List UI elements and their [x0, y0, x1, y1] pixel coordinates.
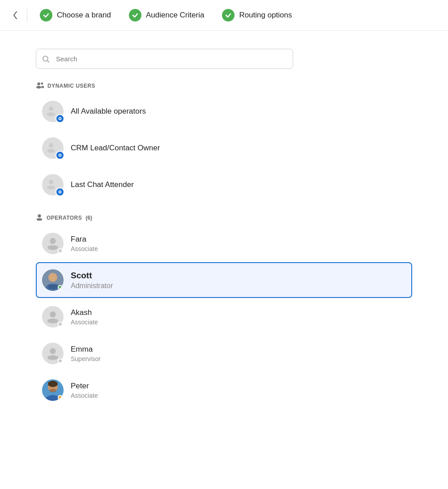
dynamic-users-title: DYNAMIC USERS — [47, 83, 95, 89]
step-audience-criteria: Audience Criteria — [129, 9, 204, 21]
item-name-emma: Emma — [71, 345, 101, 354]
svg-point-21 — [47, 245, 58, 250]
avatar-all-operators — [42, 101, 64, 122]
item-info-last-chat: Last Chat Attender — [71, 180, 134, 189]
avatar-emma — [42, 343, 64, 364]
step-label-choose-brand: Choose a brand — [57, 11, 111, 20]
svg-point-18 — [38, 214, 41, 217]
search-icon — [42, 55, 50, 63]
item-name-fara: Fara — [71, 235, 98, 244]
dynamic-badge-last-chat — [55, 187, 64, 196]
avatar-fara — [42, 233, 64, 254]
avatar-last-chat — [42, 174, 64, 196]
avatar-akash — [42, 306, 64, 327]
main-content: DYNAMIC USERS All Available operators — [0, 31, 448, 427]
list-item-emma[interactable]: Emma Supervisor — [36, 336, 412, 371]
item-name-crm-owner: CRM Lead/Contact Owner — [71, 144, 160, 153]
svg-point-19 — [37, 218, 43, 221]
status-dot-fara — [58, 248, 63, 253]
svg-point-7 — [47, 112, 55, 116]
item-name-peter: Peter — [71, 382, 98, 391]
avatar-crm-owner — [42, 137, 64, 159]
item-name-scott: Scott — [71, 271, 113, 281]
list-item-scott[interactable]: Scott Administrator — [36, 262, 412, 298]
svg-point-14 — [49, 180, 53, 184]
step-check-routing-options — [222, 9, 235, 21]
list-item-crm-owner[interactable]: CRM Lead/Contact Owner — [36, 130, 412, 166]
svg-point-23 — [48, 273, 57, 282]
step-check-audience-criteria — [129, 9, 141, 21]
step-label-audience-criteria: Audience Criteria — [146, 11, 204, 20]
header-divider — [27, 8, 27, 22]
list-item-last-chat[interactable]: Last Chat Attender — [36, 167, 412, 203]
item-info-scott: Scott Administrator — [71, 271, 113, 290]
dynamic-users-section-header: DYNAMIC USERS — [36, 81, 412, 90]
item-info-emma: Emma Supervisor — [71, 345, 101, 362]
svg-rect-25 — [48, 285, 57, 289]
search-wrapper — [36, 49, 412, 69]
list-item-peter[interactable]: Peter Associate — [36, 372, 412, 408]
status-dot-peter — [58, 395, 63, 400]
list-item-all-operators[interactable]: All Available operators — [36, 94, 412, 129]
status-dot-scott — [58, 285, 63, 290]
svg-point-17 — [59, 191, 60, 192]
item-role-scott: Administrator — [71, 282, 113, 290]
svg-point-26 — [50, 311, 55, 317]
operators-count: (6) — [85, 215, 92, 221]
svg-point-10 — [49, 143, 53, 148]
item-role-akash: Associate — [71, 319, 98, 326]
svg-point-5 — [41, 86, 44, 88]
svg-point-2 — [37, 82, 40, 85]
dynamic-users-icon — [36, 81, 44, 90]
item-info-akash: Akash Associate — [71, 308, 98, 326]
item-info-crm-owner: CRM Lead/Contact Owner — [71, 144, 160, 153]
dynamic-badge-crm — [55, 151, 64, 160]
operators-section-header: OPERATORS (6) — [36, 213, 412, 222]
step-choose-brand: Choose a brand — [40, 9, 111, 21]
svg-point-15 — [47, 186, 55, 190]
list-item-fara[interactable]: Fara Associate — [36, 225, 412, 261]
back-button[interactable] — [11, 11, 20, 20]
item-info-peter: Peter Associate — [71, 382, 98, 399]
step-check-choose-brand — [40, 9, 52, 21]
step-label-routing-options: Routing options — [239, 11, 292, 20]
svg-point-28 — [50, 348, 55, 354]
item-role-peter: Associate — [71, 392, 98, 399]
avatar-peter — [42, 379, 64, 401]
svg-point-9 — [59, 118, 60, 119]
item-role-fara: Associate — [71, 245, 98, 252]
item-info-fara: Fara Associate — [71, 235, 98, 252]
list-item-akash[interactable]: Akash Associate — [36, 299, 412, 335]
dynamic-badge-all — [55, 114, 64, 123]
svg-point-3 — [36, 86, 41, 89]
item-role-emma: Supervisor — [71, 355, 101, 362]
svg-point-13 — [59, 154, 60, 156]
item-name-all-operators: All Available operators — [71, 107, 146, 116]
header: Choose a brand Audience Criteria Routing… — [0, 0, 448, 31]
item-name-akash: Akash — [71, 308, 98, 317]
svg-point-4 — [41, 82, 43, 85]
item-name-last-chat: Last Chat Attender — [71, 180, 134, 189]
svg-point-32 — [48, 381, 58, 387]
status-dot-emma — [58, 358, 63, 363]
status-dot-akash — [58, 322, 63, 327]
search-input[interactable] — [36, 49, 293, 69]
step-routing-options: Routing options — [222, 9, 292, 21]
svg-point-33 — [49, 389, 56, 392]
avatar-scott — [42, 269, 64, 291]
item-info-all-operators: All Available operators — [71, 107, 146, 116]
svg-point-11 — [47, 149, 55, 153]
svg-point-20 — [50, 238, 55, 244]
operators-title: OPERATORS — [47, 215, 82, 221]
svg-line-1 — [47, 60, 49, 62]
svg-point-6 — [49, 106, 53, 111]
svg-point-27 — [47, 319, 58, 323]
operators-icon — [36, 213, 43, 222]
svg-point-29 — [47, 355, 58, 360]
